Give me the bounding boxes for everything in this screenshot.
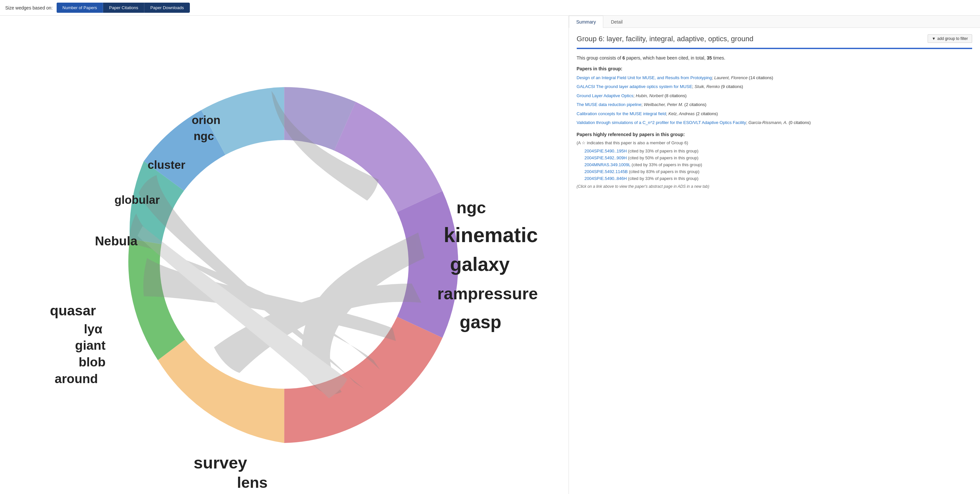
label-around: around [55, 372, 98, 386]
paper-downloads-button[interactable]: Paper Downloads [144, 3, 190, 13]
main-content: ngc kinematic galaxy rampressure gasp su… [0, 16, 980, 494]
label-kinematic: kinematic [444, 224, 538, 246]
label-lyman: lyman [245, 493, 285, 494]
label-giant: giant [75, 338, 105, 353]
paper-author-2: Hubin, Norbert [636, 93, 663, 98]
ref-link-0[interactable]: 2004SPIE.5490..195H [585, 149, 627, 153]
info-content: ▼ add group to filter Group 6: layer, fa… [569, 28, 980, 195]
paper-list: Design of an Integral Field Unit for MUS… [577, 75, 972, 126]
label-ngc: ngc [457, 198, 486, 217]
group-summary: This group consists of 6 papers, which h… [577, 54, 972, 62]
ref-link-2[interactable]: 2004MNRAS.349.1009L [585, 162, 630, 167]
paper-link-3[interactable]: The MUSE data reduction pipeline [577, 102, 641, 107]
paper-author-4: Kelz, Andreas [668, 111, 695, 116]
highly-ref-heading: Papers highly referenced by papers in th… [577, 132, 972, 137]
label-lens: lens [237, 474, 268, 491]
paper-item-1: GALACSI The ground layer adaptive optics… [577, 83, 972, 90]
label-gasp: gasp [460, 312, 501, 332]
paper-item-4: Calibration concepts for the MUSE integr… [577, 111, 972, 117]
ref-link-3[interactable]: 2004SPIE.5492.1145B [585, 169, 628, 174]
paper-link-0[interactable]: Design of an Integral Field Unit for MUS… [577, 75, 712, 80]
label-ngc-upper: ngc [193, 130, 214, 142]
label-cluster: cluster [148, 158, 185, 171]
top-bar: Size wedges based on: Number of Papers P… [0, 0, 980, 16]
tab-summary[interactable]: Summary [569, 16, 604, 28]
tabs-container: Summary Detail [569, 16, 980, 28]
label-survey: survey [194, 453, 247, 472]
tab-detail[interactable]: Detail [603, 16, 630, 28]
paper-link-2[interactable]: Ground Layer Adaptive Optics [577, 93, 633, 98]
paper-item-3: The MUSE data reduction pipeline; Weilba… [577, 102, 972, 108]
ref-item-4: 2004SPIE.5490..846H (cited by 33% of pap… [577, 176, 972, 181]
paper-item-0: Design of an Integral Field Unit for MUS… [577, 75, 972, 81]
paper-author-5: Garcia-Rissmann, A. [748, 120, 787, 125]
ref-item-2: 2004MNRAS.349.1009L (cited by 33% of pap… [577, 162, 972, 167]
ref-list: 2004SPIE.5490..195H (cited by 33% of pap… [577, 149, 972, 181]
size-wedges-label: Size wedges based on: [5, 5, 53, 11]
paper-author-3: Weilbacher, Peter M. [644, 102, 683, 107]
label-galaxy: galaxy [450, 254, 510, 275]
paper-link-5[interactable]: Validation through simulations of a C_n^… [577, 120, 746, 125]
paper-citations-button[interactable]: Paper Citations [103, 3, 144, 13]
paper-link-1[interactable]: GALACSI The ground layer adaptive optics… [577, 84, 692, 89]
paper-link-4[interactable]: Calibration concepts for the MUSE integr… [577, 111, 666, 116]
group-title: Group 6: layer, facility, integral, adap… [577, 34, 972, 44]
label-quasar: quasar [50, 303, 96, 318]
label-nebula: Nebula [95, 234, 137, 248]
group-member-note: (A ☆ indicates that this paper is also a… [577, 140, 972, 145]
paper-author-0: Laurent, Florence [714, 75, 748, 80]
info-panel: Summary Detail ▼ add group to filter Gro… [568, 16, 980, 494]
paper-item-2: Ground Layer Adaptive Optics; Hubin, Nor… [577, 92, 972, 99]
diagram-panel: ngc kinematic galaxy rampressure gasp su… [0, 16, 568, 494]
ref-item-3: 2004SPIE.5492.1145B (cited by 83% of pap… [577, 169, 972, 174]
add-group-button[interactable]: ▼ add group to filter [928, 34, 972, 43]
chord-diagram[interactable]: ngc kinematic galaxy rampressure gasp su… [0, 16, 568, 494]
label-globular: globular [115, 193, 160, 206]
paper-author-1: Stuik, Remko [695, 84, 720, 89]
filter-icon: ▼ [932, 36, 936, 41]
ref-link-1[interactable]: 2004SPIE.5492..909H [585, 156, 627, 160]
ref-link-4[interactable]: 2004SPIE.5490..846H [585, 176, 627, 181]
paper-item-5: Validation through simulations of a C_n^… [577, 119, 972, 126]
label-rampressure: rampressure [437, 284, 538, 303]
footer-note: (Click on a link above to view the paper… [577, 184, 972, 189]
blue-divider [577, 48, 972, 49]
ref-item-1: 2004SPIE.5492..909H (cited by 50% of pap… [577, 156, 972, 160]
ref-item-0: 2004SPIE.5490..195H (cited by 33% of pap… [577, 149, 972, 153]
label-orion: orion [192, 114, 221, 126]
num-papers-button[interactable]: Number of Papers [57, 3, 103, 13]
label-blob: blob [78, 355, 105, 369]
size-buttons-group: Number of Papers Paper Citations Paper D… [57, 3, 190, 13]
papers-heading: Papers in this group: [577, 66, 972, 71]
label-lya: lyα [84, 322, 102, 336]
